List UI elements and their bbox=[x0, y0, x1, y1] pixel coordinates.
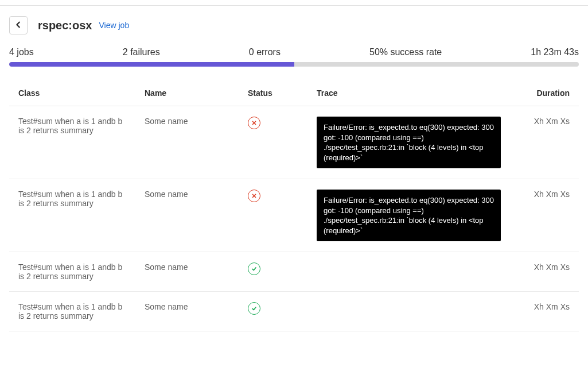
chevron-left-icon bbox=[14, 21, 22, 30]
col-header-class: Class bbox=[9, 80, 135, 106]
trace-output: Failure/Error: is_expected.to eq(300) ex… bbox=[317, 117, 501, 168]
col-header-duration: Duration bbox=[510, 80, 579, 106]
cell-class: Test#sum when a is 1 andb b is 2 returns… bbox=[9, 252, 135, 292]
trace-output: Failure/Error: is_expected.to eq(300) ex… bbox=[317, 190, 501, 241]
cell-status bbox=[239, 179, 307, 252]
cell-duration: Xh Xm Xs bbox=[510, 179, 579, 252]
stat-errors: 0 errors bbox=[249, 47, 281, 57]
check-circle-icon bbox=[248, 302, 260, 315]
col-header-trace: Trace bbox=[307, 80, 510, 106]
job-title: rspec:osx bbox=[38, 19, 92, 32]
stat-success-rate: 50% success rate bbox=[369, 47, 442, 57]
cell-name: Some name bbox=[135, 179, 239, 252]
stat-jobs: 4 jobs bbox=[9, 47, 34, 57]
cell-name: Some name bbox=[135, 106, 239, 179]
stat-failures: 2 failures bbox=[123, 47, 160, 57]
stat-duration: 1h 23m 43s bbox=[531, 47, 579, 57]
cell-name: Some name bbox=[135, 252, 239, 292]
top-divider bbox=[0, 0, 588, 6]
cell-status bbox=[239, 252, 307, 292]
cell-name: Some name bbox=[135, 292, 239, 331]
cell-trace: Failure/Error: is_expected.to eq(300) ex… bbox=[307, 179, 510, 252]
x-circle-icon bbox=[248, 190, 260, 202]
cell-trace: Failure/Error: is_expected.to eq(300) ex… bbox=[307, 106, 510, 179]
table-row: Test#sum when a is 1 andb b is 2 returns… bbox=[9, 292, 579, 331]
cell-class: Test#sum when a is 1 andb b is 2 returns… bbox=[9, 179, 135, 252]
table-row: Test#sum when a is 1 andb b is 2 returns… bbox=[9, 179, 579, 252]
cell-status bbox=[239, 292, 307, 331]
table-row: Test#sum when a is 1 andb b is 2 returns… bbox=[9, 252, 579, 292]
tests-table: Class Name Status Trace Duration Test#su… bbox=[9, 80, 579, 331]
back-button[interactable] bbox=[9, 16, 28, 34]
progress-fill bbox=[9, 62, 294, 67]
progress-bar bbox=[9, 62, 579, 67]
stats-row: 4 jobs 2 failures 0 errors 50% success r… bbox=[0, 41, 588, 62]
cell-class: Test#sum when a is 1 andb b is 2 returns… bbox=[9, 292, 135, 331]
cell-class: Test#sum when a is 1 andb b is 2 returns… bbox=[9, 106, 135, 179]
cell-duration: Xh Xm Xs bbox=[510, 292, 579, 331]
cell-trace bbox=[307, 292, 510, 331]
cell-duration: Xh Xm Xs bbox=[510, 106, 579, 179]
cell-duration: Xh Xm Xs bbox=[510, 252, 579, 292]
cell-trace bbox=[307, 252, 510, 292]
check-circle-icon bbox=[248, 262, 260, 275]
view-job-link[interactable]: View job bbox=[99, 21, 130, 30]
table-row: Test#sum when a is 1 andb b is 2 returns… bbox=[9, 106, 579, 179]
header-row: rspec:osx View job bbox=[0, 6, 588, 41]
col-header-name: Name bbox=[135, 80, 239, 106]
x-circle-icon bbox=[248, 117, 260, 129]
col-header-status: Status bbox=[239, 80, 307, 106]
cell-status bbox=[239, 106, 307, 179]
